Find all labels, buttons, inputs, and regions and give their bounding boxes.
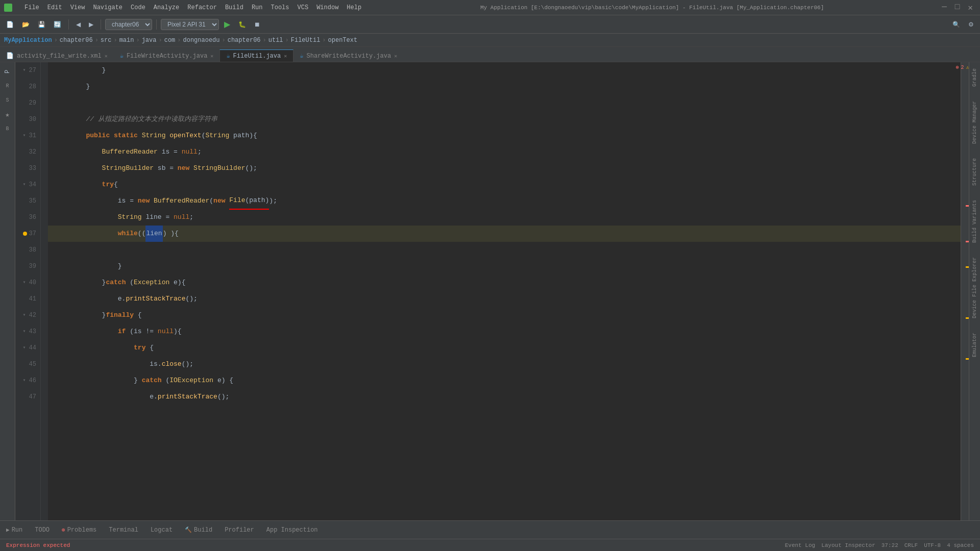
code-editor[interactable]: } } // 从指定路径的文本文件中读取内容字符串 public static …	[48, 62, 961, 520]
tab-activity-file-write[interactable]: 📄 activity_file_write.xml ✕	[0, 49, 114, 62]
device-selector[interactable]: Pixel 2 API 31	[161, 19, 219, 30]
menu-view[interactable]: View	[66, 4, 89, 11]
sidebar-project-icon[interactable]: P	[3, 66, 13, 77]
problems-label: Problems	[67, 527, 97, 534]
terminal-tab[interactable]: Terminal	[103, 524, 144, 536]
indent-info[interactable]: 4 spaces	[947, 542, 974, 548]
line-29: 29	[19, 95, 36, 111]
tab-close-activity-file-write[interactable]: ✕	[105, 53, 108, 59]
status-left: Expression expected	[6, 542, 70, 548]
line-44: ▾44	[19, 340, 36, 356]
problems-tab[interactable]: ⊗ Problems	[56, 524, 103, 536]
code-line-41: e.printStackTrace();	[48, 291, 961, 307]
warning-icon: ⚠	[966, 64, 969, 70]
menu-vcs[interactable]: VCS	[293, 4, 313, 11]
tab-filewrite-activity[interactable]: ☕ FileWriteActivity.java ✕	[114, 49, 220, 62]
code-line-30: // 从指定路径的文本文件中读取内容字符串	[48, 111, 961, 128]
menu-build[interactable]: Build	[221, 4, 248, 11]
run-label: Run	[12, 527, 23, 534]
device-manager-panel[interactable]: Device Manager	[972, 99, 977, 146]
code-line-33: StringBuilder sb = new StringBuilder();	[48, 160, 961, 177]
sidebar-favorites-icon[interactable]: ★	[3, 109, 13, 119]
save-button[interactable]: 💾	[35, 20, 48, 29]
minimize-button[interactable]: ─	[939, 3, 950, 13]
menu-refactor[interactable]: Refactor	[183, 4, 221, 11]
open-button[interactable]: 📂	[19, 20, 33, 29]
menu-code[interactable]: Code	[127, 4, 150, 11]
sync-button[interactable]: 🔄	[51, 20, 64, 29]
breadcrumb-main[interactable]: main	[119, 37, 134, 44]
debug-button[interactable]: 🐛	[235, 20, 249, 29]
run-button[interactable]: ▶	[221, 18, 233, 30]
app-inspection-tab[interactable]: App Inspection	[260, 524, 324, 536]
settings-button[interactable]: ⚙	[965, 20, 977, 29]
code-line-36: String line = null;	[48, 209, 961, 226]
breadcrumb-java[interactable]: java	[142, 37, 157, 44]
line-34: ▾34	[19, 177, 36, 193]
breadcrumb-chapter06[interactable]: chapter06	[60, 37, 93, 44]
structure-panel[interactable]: Structure	[972, 156, 977, 188]
build-icon: 🔨	[185, 527, 192, 533]
todo-label: TODO	[35, 527, 50, 534]
line-36: 36	[19, 209, 36, 226]
menu-run[interactable]: Run	[248, 4, 267, 11]
back-button[interactable]: ◀	[73, 20, 84, 29]
close-button[interactable]: ✕	[965, 3, 976, 13]
window-title: My Application [E:\dongnaoedu\vip\basic\…	[365, 5, 939, 11]
line-ending[interactable]: CRLF	[904, 542, 918, 548]
breadcrumb-com[interactable]: com	[164, 37, 176, 44]
forward-button[interactable]: ▶	[86, 20, 96, 29]
breadcrumb-myapplication[interactable]: MyApplication	[4, 37, 52, 44]
device-file-explorer-panel[interactable]: Device File Explorer	[972, 255, 977, 320]
maximize-button[interactable]: □	[952, 3, 963, 13]
menu-window[interactable]: Window	[312, 4, 342, 11]
logcat-tab[interactable]: Logcat	[144, 524, 179, 536]
app-inspection-label: App Inspection	[266, 527, 318, 534]
profiler-tab[interactable]: Profiler	[218, 524, 260, 536]
event-log[interactable]: Event Log	[785, 542, 815, 548]
problems-icon: ⊗	[62, 527, 65, 533]
tab-close-sharewrite-activity[interactable]: ✕	[394, 53, 397, 59]
error-number: 2	[961, 65, 964, 70]
sidebar-build-variants-icon[interactable]: B	[3, 123, 13, 134]
menu-help[interactable]: Help	[342, 4, 365, 11]
code-line-31: public static String openText(String pat…	[48, 128, 961, 144]
menu-edit[interactable]: Edit	[43, 4, 66, 11]
sidebar-structure-icon[interactable]: S	[3, 95, 13, 105]
gradle-panel[interactable]: Gradle	[972, 66, 977, 89]
tab-sharewrite-activity[interactable]: ☕ ShareWriteActivity.java ✕	[293, 49, 403, 62]
search-button[interactable]: 🔍	[949, 20, 963, 29]
menu-navigate[interactable]: Navigate	[89, 4, 127, 11]
line-41: 41	[19, 291, 36, 307]
tab-fileutil[interactable]: ☕ FileUtil.java ✕	[219, 49, 293, 62]
sidebar-resource-icon[interactable]: R	[3, 81, 13, 91]
breadcrumb-fileutil[interactable]: FileUtil	[291, 37, 321, 44]
breadcrumb-dongnaoedu[interactable]: dongnaoedu	[183, 37, 220, 44]
bottom-panel: ▶ Run TODO ⊗ Problems Terminal Logcat 🔨 …	[0, 520, 980, 539]
menu-tools[interactable]: Tools	[267, 4, 293, 11]
new-file-button[interactable]: 📄	[3, 20, 17, 29]
build-tab[interactable]: 🔨 Build	[179, 524, 218, 536]
profiler-label: Profiler	[225, 527, 254, 534]
right-panel: Gradle Device Manager Structure Build Va…	[969, 62, 980, 520]
breadcrumb-src[interactable]: src	[101, 37, 112, 44]
layout-inspector[interactable]: Layout Inspector	[821, 542, 875, 548]
code-line-35: is = new BufferedReader(new File(path));	[48, 193, 961, 209]
tab-close-fileutil[interactable]: ✕	[284, 53, 287, 59]
build-label: Build	[194, 527, 212, 534]
todo-tab[interactable]: TODO	[29, 524, 56, 536]
line-45: 45	[19, 356, 36, 372]
stop-button[interactable]: ⏹	[251, 20, 263, 29]
bookmark-37	[23, 232, 27, 236]
emulator-panel[interactable]: Emulator	[972, 331, 977, 359]
breadcrumb-chapter06-2[interactable]: chapter06	[228, 37, 261, 44]
breadcrumb-util[interactable]: util	[268, 37, 283, 44]
tab-close-filewrite-activity[interactable]: ✕	[210, 53, 213, 59]
charset[interactable]: UTF-8	[924, 542, 941, 548]
run-tab[interactable]: ▶ Run	[0, 524, 29, 536]
build-variants-panel[interactable]: Build Variants	[972, 198, 977, 245]
breadcrumb-opentext[interactable]: openText	[328, 37, 358, 44]
menu-analyze[interactable]: Analyze	[150, 4, 183, 11]
menu-file[interactable]: File	[20, 4, 43, 11]
branch-selector[interactable]: chapter06	[105, 19, 152, 30]
